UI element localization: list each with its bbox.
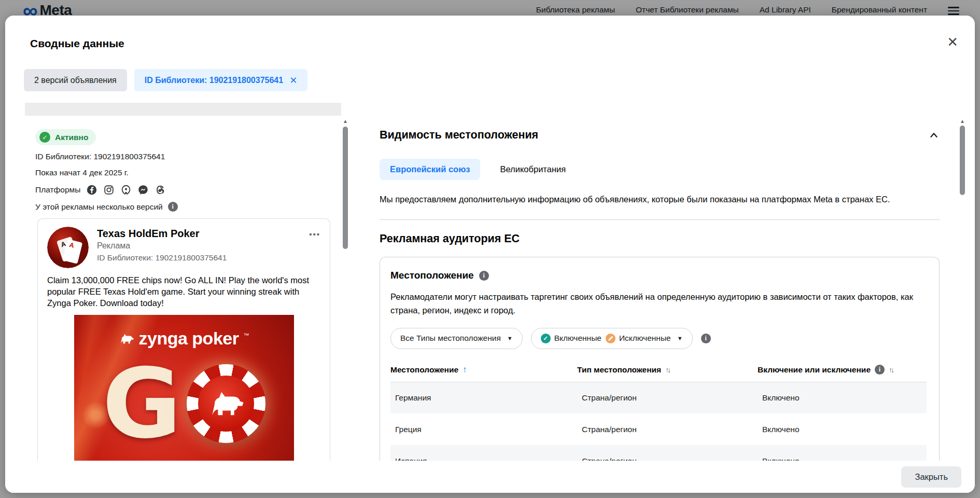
tab-united-kingdom[interactable]: Великобритания [489, 159, 576, 180]
page-name[interactable]: Texas HoldEm Poker [97, 228, 227, 240]
region-tabs: Европейский союз Великобритания [380, 159, 940, 180]
close-button[interactable]: Закрыть [901, 466, 961, 488]
divider [380, 219, 940, 220]
cell-type: Страна/регион [577, 413, 758, 445]
cell-status: Включено [758, 413, 927, 445]
facebook-icon [86, 184, 97, 196]
remove-chip-icon[interactable]: ✕ [289, 75, 297, 86]
info-icon[interactable]: i [168, 202, 178, 212]
section-title: Видимость местоположения [380, 129, 538, 142]
included-label: Включенные [554, 334, 601, 343]
scroll-up-icon[interactable]: ▲ [959, 118, 965, 124]
table-row: Греция Страна/регион Включено [390, 413, 927, 445]
location-card-description: Рекламодатели могут настраивать таргетин… [390, 290, 927, 317]
status-badge: ✓ Активно [35, 129, 96, 145]
sort-icon[interactable]: ↑↓ [889, 366, 893, 374]
caret-down-icon: ▼ [507, 335, 513, 341]
zynga-brand-line: zynga poker ™ [74, 328, 294, 349]
location-visibility-content: Видимость местоположения Европейский сою… [372, 103, 958, 476]
location-visibility-pane: Видимость местоположения Европейский сою… [372, 103, 967, 476]
threads-icon [155, 184, 166, 196]
status-label: Активно [55, 133, 88, 142]
trademark: ™ [243, 332, 249, 338]
collapse-chevron-icon[interactable] [928, 130, 940, 141]
scroll-gap [25, 103, 341, 116]
sponsored-label: Реклама [97, 241, 227, 251]
sort-icon[interactable]: ↑↓ [665, 366, 669, 374]
platforms-label: Платформы [35, 185, 80, 195]
close-icon[interactable]: ✕ [947, 35, 958, 49]
location-type-dropdown[interactable]: Все Типы местоположения ▼ [390, 328, 523, 349]
ad-options-icon[interactable]: ••• [309, 227, 320, 268]
right-scrollbar-thumb[interactable] [960, 126, 965, 195]
audience-title: Рекламная аудитория ЕС [380, 232, 940, 245]
active-check-icon: ✓ [39, 132, 50, 143]
cell-location: Германия [390, 382, 577, 413]
messenger-icon [137, 184, 149, 196]
page-avatar[interactable]: A A [47, 227, 89, 268]
cell-type: Страна/регион [577, 382, 758, 413]
include-exclude-dropdown[interactable]: ✓ Включенные Исключенные ▼ [531, 328, 693, 349]
summary-modal: Сводные данные ✕ 2 версий объявления ID … [5, 16, 975, 493]
sort-asc-icon[interactable]: ↑ [463, 365, 467, 375]
caret-down-icon: ▼ [677, 335, 683, 341]
ad-card-header: A A Texas HoldEm Poker Реклама ID Библио… [38, 219, 330, 268]
excluded-label: Исключенные [619, 334, 671, 343]
zynga-brand-text: zynga poker [139, 328, 239, 349]
versions-note-text: У этой рекламы несколько версий [35, 202, 163, 212]
ad-image-wrap: zynga poker ™ G [38, 315, 330, 476]
column-header-type[interactable]: Тип местоположения↑↓ [577, 357, 758, 382]
right-scrollbar[interactable]: ▲ ▼ [958, 103, 967, 476]
location-card-title: Местоположение [390, 270, 474, 281]
column-header-location[interactable]: Местоположение↑ [390, 357, 577, 382]
tab-european-union[interactable]: Европейский союз [380, 159, 480, 180]
column-info-icon[interactable]: i [875, 365, 885, 375]
platforms-row: Платформы [35, 184, 331, 196]
excluded-slash-icon [606, 334, 615, 343]
section-description: Мы предоставляем дополнительную информац… [380, 195, 940, 204]
ad-card: A A Texas HoldEm Poker Реклама ID Библио… [37, 218, 330, 476]
table-row: Германия Страна/регион Включено [390, 382, 927, 413]
instagram-icon [103, 184, 115, 196]
zynga-dog-icon [119, 333, 134, 345]
locations-table: Местоположение↑ Тип местоположения↑↓ Вкл… [390, 357, 927, 475]
filters-info-icon[interactable]: i [701, 334, 711, 343]
poker-chip-icon [187, 364, 265, 443]
location-card: Местоположение i Рекламодатели могут нас… [380, 257, 940, 475]
location-type-label: Все Типы местоположения [400, 334, 501, 343]
go-row: G [74, 355, 294, 452]
versions-chip: 2 версий объявления [24, 69, 127, 91]
modal-title: Сводные данные [30, 37, 124, 50]
go-letter: G [102, 355, 181, 452]
location-info-icon[interactable]: i [479, 271, 489, 281]
left-scrollbar-thumb[interactable] [343, 127, 348, 249]
ad-card-header-text: Texas HoldEm Poker Реклама ID Библиотеки… [97, 227, 227, 268]
audience-network-icon [120, 184, 132, 196]
cell-status: Включено [758, 382, 927, 413]
ad-creative-image: zynga poker ™ G [74, 315, 294, 476]
ad-preview-pane: ✓ Активно ID Библиотеки: 190219180037564… [25, 103, 341, 476]
cell-location: Греция [390, 413, 577, 445]
included-check-icon: ✓ [541, 334, 551, 343]
ad-library-id: ID Библиотеки: 1902191800375641 [97, 253, 227, 262]
start-date-text: Показ начат 4 дек 2025 г. [35, 168, 331, 177]
modal-body: ✓ Активно ID Библиотеки: 190219180037564… [25, 103, 967, 476]
ad-summary-card: ✓ Активно ID Библиотеки: 190219180037564… [25, 116, 341, 476]
ad-body-text: Claim 13,000,000 FREE chips now! Go ALL … [38, 268, 330, 309]
scroll-up-icon[interactable]: ▲ [342, 118, 348, 124]
location-filters: Все Типы местоположения ▼ ✓ Включенные И… [390, 328, 927, 349]
column-header-inclusion[interactable]: Включение или исключениеi↑↓ [758, 357, 927, 382]
modal-footer: Закрыть [5, 461, 975, 493]
library-id-text: ID Библиотеки: 1902191800375641 [35, 152, 331, 161]
filter-chips: 2 версий объявления ID Библиотеки: 19021… [24, 69, 307, 91]
versions-note-row: У этой рекламы несколько версий i [35, 202, 331, 212]
library-id-chip[interactable]: ID Библиотеки: 1902191800375641 ✕ [134, 69, 307, 91]
library-id-chip-label: ID Библиотеки: 1902191800375641 [145, 76, 283, 85]
left-scrollbar[interactable]: ▲ ▼ [341, 103, 349, 476]
